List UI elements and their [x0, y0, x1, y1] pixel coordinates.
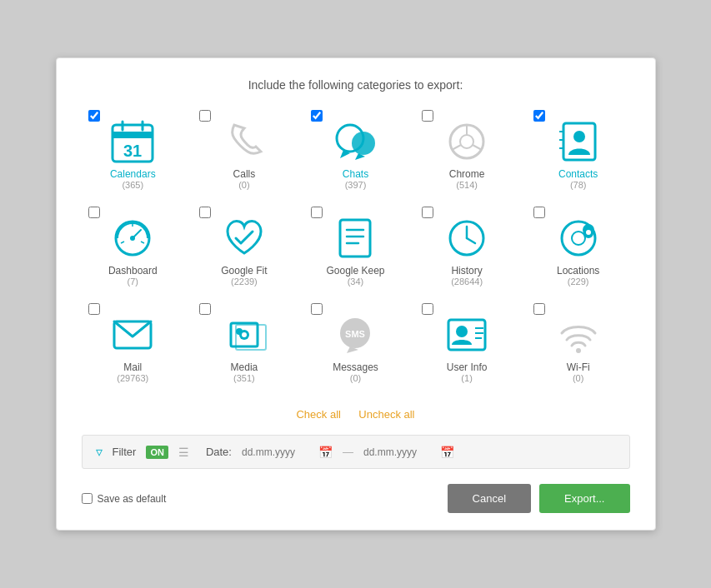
check-all-link[interactable]: Check all: [296, 408, 340, 421]
save-default-checkbox[interactable]: [82, 493, 93, 504]
category-item-contacts: Contacts (78): [527, 108, 630, 197]
media-icon: [218, 308, 271, 361]
dialog-footer: Save as default Cancel Export...: [82, 484, 630, 513]
svg-text:SMS: SMS: [346, 329, 366, 339]
label-locations: Locations: [557, 265, 599, 277]
svg-line-21: [141, 242, 144, 243]
label-chats: Chats: [343, 168, 368, 180]
checkbox-calendars[interactable]: [88, 110, 100, 122]
filter-bar: ▿ Filter ON ☰ Date: 📅 — 📅: [82, 435, 630, 469]
checkbox-locations[interactable]: [533, 207, 545, 218]
category-item-google-keep: Google Keep (34): [304, 205, 408, 293]
count-messages: (0): [350, 373, 361, 383]
calls-icon: [218, 115, 271, 168]
svg-point-16: [573, 131, 585, 142]
cancel-button[interactable]: Cancel: [448, 484, 531, 513]
category-item-chrome: Chrome (514): [415, 108, 518, 197]
google-fit-icon: [218, 212, 271, 265]
svg-point-31: [572, 232, 585, 245]
category-item-dashboard: Dashboard (7): [82, 205, 185, 293]
category-item-history: History (28644): [415, 205, 518, 293]
checkbox-chrome[interactable]: [422, 110, 433, 122]
label-dashboard: Dashboard: [108, 265, 158, 277]
chats-icon: [328, 115, 382, 168]
contacts-icon: [552, 115, 605, 168]
svg-point-33: [586, 230, 591, 235]
svg-rect-23: [340, 220, 370, 257]
count-google-keep: (34): [348, 277, 364, 287]
history-icon: [440, 212, 493, 265]
svg-rect-1: [113, 132, 153, 138]
svg-line-20: [121, 242, 124, 243]
svg-point-6: [352, 132, 375, 155]
dashboard-icon: [106, 212, 159, 265]
svg-line-29: [467, 238, 475, 243]
categories-grid: 31 Calendars (365) Calls (0) Chats (39: [82, 108, 630, 390]
count-calls: (0): [238, 180, 249, 190]
count-media: (351): [233, 373, 255, 383]
category-item-calendars: 31 Calendars (365): [82, 108, 185, 197]
checkbox-chats[interactable]: [311, 110, 323, 122]
label-calendars: Calendars: [110, 168, 156, 180]
label-google-keep: Google Keep: [326, 265, 384, 277]
date-label: Date:: [206, 446, 232, 458]
category-item-wifi: Wi-Fi (0): [527, 301, 630, 390]
date-from-input[interactable]: [242, 446, 308, 458]
category-item-calls: Calls (0): [193, 108, 296, 197]
checkbox-mail[interactable]: [88, 303, 100, 315]
checkbox-media[interactable]: [199, 303, 211, 315]
google-keep-icon: [328, 212, 382, 265]
category-item-chats: Chats (397): [304, 108, 408, 197]
svg-text:31: 31: [123, 142, 142, 160]
date-to-input[interactable]: [363, 446, 430, 458]
date-dash: —: [343, 446, 353, 458]
toggle-bars-icon: ☰: [178, 446, 189, 459]
label-chrome: Chrome: [449, 168, 485, 180]
label-mail: Mail: [123, 361, 142, 373]
mail-icon: [106, 308, 159, 361]
save-default-text: Save as default: [98, 493, 167, 505]
svg-line-10: [473, 145, 482, 150]
wifi-icon: [552, 308, 605, 361]
checkbox-google-fit[interactable]: [199, 207, 211, 218]
label-wifi: Wi-Fi: [567, 361, 590, 373]
save-default-label: Save as default: [82, 493, 167, 505]
svg-point-47: [576, 348, 581, 353]
calendar-to-icon: 📅: [440, 446, 454, 459]
checkbox-messages[interactable]: [311, 303, 323, 315]
category-item-locations: Locations (229): [527, 205, 630, 293]
locations-icon: [552, 212, 605, 265]
uncheck-all-link[interactable]: Uncheck all: [358, 408, 414, 421]
count-chats: (397): [345, 180, 367, 190]
count-user-info: (1): [461, 373, 472, 383]
checkbox-contacts[interactable]: [533, 110, 545, 122]
filter-label: Filter: [113, 446, 137, 458]
svg-point-8: [460, 135, 473, 148]
label-calls: Calls: [233, 168, 256, 180]
filter-toggle[interactable]: ON: [146, 446, 168, 459]
svg-line-19: [133, 230, 141, 238]
checkbox-google-keep[interactable]: [311, 207, 323, 218]
category-item-messages: SMS Messages (0): [304, 301, 408, 390]
checkbox-wifi[interactable]: [533, 303, 545, 315]
category-item-mail: Mail (29763): [82, 301, 185, 390]
label-user-info: User Info: [447, 361, 488, 373]
checkbox-history[interactable]: [422, 207, 433, 218]
checkbox-dashboard[interactable]: [88, 207, 100, 218]
export-button[interactable]: Export...: [539, 484, 629, 513]
dialog-title: Include the following categories to expo…: [82, 78, 630, 92]
checkbox-user-info[interactable]: [422, 303, 433, 315]
messages-icon: SMS: [328, 308, 382, 361]
label-messages: Messages: [333, 361, 378, 373]
count-google-fit: (2239): [231, 277, 258, 287]
checkbox-calls[interactable]: [199, 110, 211, 122]
count-chrome: (514): [456, 180, 478, 190]
svg-point-43: [456, 326, 468, 337]
filter-icon: ▿: [96, 444, 103, 460]
count-locations: (229): [568, 277, 589, 287]
label-google-fit: Google Fit: [221, 265, 267, 277]
chrome-icon: [440, 115, 493, 168]
category-item-google-fit: Google Fit (2239): [193, 205, 296, 293]
count-dashboard: (7): [128, 277, 138, 287]
count-contacts: (78): [570, 180, 587, 190]
